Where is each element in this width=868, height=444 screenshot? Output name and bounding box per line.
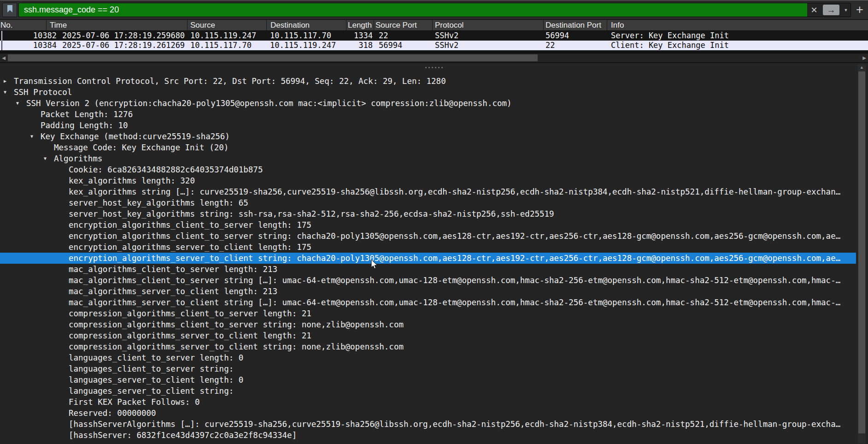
expand-caret-icon[interactable]: ▶ xyxy=(4,76,6,87)
tree-row[interactable]: mac_algorithms_client_to_server string [… xyxy=(0,275,856,286)
collapse-caret-icon[interactable]: ▼ xyxy=(30,131,33,142)
horizontal-scrollbar[interactable]: ◀ ▶ xyxy=(0,53,868,63)
horizontal-scrollbar-thumb[interactable] xyxy=(8,54,538,61)
tree-row[interactable]: languages_server_to_client length: 0 xyxy=(0,374,856,385)
cell-time: 2025-07-06 17:28:19.261269 xyxy=(59,41,188,50)
vertical-scrollbar[interactable]: ▲ xyxy=(858,64,866,444)
cell-source: 10.115.119.247 xyxy=(188,31,267,41)
tree-row[interactable]: Message Code: Key Exchange Init (20) xyxy=(0,142,856,153)
tree-row[interactable]: ▶Transmission Control Protocol, Src Port… xyxy=(0,76,856,87)
column-header-destination[interactable]: Destination xyxy=(267,20,346,30)
tree-row[interactable]: ▼SSH Version 2 (encryption:chacha20-poly… xyxy=(0,98,856,109)
tree-row-label: Message Code: Key Exchange Init (20) xyxy=(54,142,229,153)
tree-row-label: Packet Length: 1276 xyxy=(41,109,133,120)
tree-row-label: mac_algorithms_server_to_client string [… xyxy=(69,297,840,308)
column-header-length[interactable]: Length xyxy=(346,20,374,30)
cell-protocol: SSHv2 xyxy=(433,31,544,41)
column-header-no[interactable]: No. xyxy=(0,20,47,30)
packet-list-header[interactable]: No.TimeSourceDestinationLengthSource Por… xyxy=(0,20,868,31)
cell-no: 10384 xyxy=(0,41,59,50)
tree-row[interactable]: mac_algorithms_server_to_client string [… xyxy=(0,297,856,308)
tree-row[interactable]: [hasshServer: 6832f1ce43d4397c2c0a3e2f8c… xyxy=(0,430,856,441)
tree-row-label: Padding Length: 10 xyxy=(41,120,128,131)
cell-src_port: 56994 xyxy=(374,41,433,50)
tree-row-label: languages_client_to_server string: xyxy=(69,363,234,374)
tree-row[interactable]: server_host_key_algorithms string: ssh-r… xyxy=(0,208,856,219)
cell-length: 318 xyxy=(346,41,374,50)
tree-row-label: Cookie: 6ca8263434882882c64035374d01b875 xyxy=(69,164,263,175)
cell-src_port: 22 xyxy=(374,31,433,41)
column-header-protocol[interactable]: Protocol xyxy=(433,20,544,30)
collapse-caret-icon[interactable]: ▼ xyxy=(44,153,47,164)
tree-row-label: SSH Version 2 (encryption:chacha20-poly1… xyxy=(26,98,512,109)
display-filter-input[interactable]: ssh.message_code == 20 ✕ → ▼ xyxy=(18,3,851,17)
tree-row[interactable]: ▼SSH Protocol xyxy=(0,87,856,98)
tree-row[interactable]: encryption_algorithms_client_to_server s… xyxy=(0,231,856,242)
filter-dropdown-icon[interactable]: ▼ xyxy=(841,8,850,12)
column-header-src_port[interactable]: Source Port xyxy=(374,20,433,30)
tree-row-partial[interactable]: ▼ xyxy=(0,441,856,444)
packet-row[interactable]: 103822025-07-06 17:28:19.25968010.115.11… xyxy=(0,31,868,41)
tree-row[interactable]: encryption_algorithms_server_to_client l… xyxy=(0,242,856,253)
tree-row[interactable]: Cookie: 6ca8263434882882c64035374d01b875 xyxy=(0,164,856,175)
tree-row[interactable]: languages_server_to_client string: xyxy=(0,385,856,397)
column-header-dst_port[interactable]: Destination Port xyxy=(544,20,607,30)
tree-row[interactable]: kex_algorithms string […]: curve25519-sh… xyxy=(0,186,856,197)
tree-row[interactable]: Padding Length: 10 xyxy=(0,120,856,131)
column-header-source[interactable]: Source xyxy=(188,20,267,30)
cell-destination: 10.115.119.247 xyxy=(267,41,346,50)
column-header-info[interactable]: Info xyxy=(607,20,868,30)
bookmark-icon xyxy=(7,5,13,15)
tree-row[interactable]: ▼Algorithms xyxy=(0,153,856,164)
vertical-scrollbar-thumb[interactable] xyxy=(858,71,865,433)
tree-row-label: kex_algorithms length: 320 xyxy=(69,175,195,186)
tree-row-label: compression_algorithms_client_to_server … xyxy=(69,308,311,319)
collapse-caret-icon[interactable]: ▼ xyxy=(16,98,19,109)
cell-length: 1334 xyxy=(346,31,374,41)
packet-row-selected[interactable]: 103842025-07-06 17:28:19.26126910.115.11… xyxy=(0,41,868,50)
stream-indicator xyxy=(1,41,2,50)
tree-row[interactable]: [hasshServerAlgorithms […]: curve25519-s… xyxy=(0,419,856,430)
apply-arrow-icon: → xyxy=(827,5,836,15)
stream-indicator xyxy=(1,31,2,41)
cell-info: Client: Key Exchange Init xyxy=(607,41,868,50)
tree-row[interactable]: First KEX Packet Follows: 0 xyxy=(0,397,856,408)
column-header-time[interactable]: Time xyxy=(47,20,188,30)
tree-row-label: [hasshServerAlgorithms […]: curve25519-s… xyxy=(69,419,840,430)
tree-row[interactable]: languages_client_to_server length: 0 xyxy=(0,352,856,363)
add-filter-button[interactable]: + xyxy=(854,3,866,17)
tree-row[interactable]: mac_algorithms_server_to_client length: … xyxy=(0,286,856,297)
tree-row[interactable]: server_host_key_algorithms length: 65 xyxy=(0,197,856,208)
cell-info: Server: Key Exchange Init xyxy=(607,31,868,41)
tree-row-label: SSH Protocol xyxy=(14,87,72,98)
tree-row-label: First KEX Packet Follows: 0 xyxy=(69,397,199,408)
tree-row[interactable]: Reserved: 00000000 xyxy=(0,408,856,419)
tree-row[interactable]: languages_client_to_server string: xyxy=(0,363,856,374)
tree-row-label: compression_algorithms_server_to_client … xyxy=(69,341,404,352)
tree-row[interactable]: compression_algorithms_server_to_client … xyxy=(0,330,856,341)
wireshark-window: ssh.message_code == 20 ✕ → ▼ + No.TimeSo… xyxy=(0,0,868,444)
tree-row[interactable]: ▼Key Exchange (method:curve25519-sha256) xyxy=(0,131,856,142)
scroll-right-icon[interactable]: ▶ xyxy=(861,53,868,62)
scroll-up-icon[interactable]: ▲ xyxy=(858,65,866,71)
collapse-caret-icon[interactable]: ▼ xyxy=(59,441,61,444)
clear-filter-icon[interactable]: ✕ xyxy=(807,5,821,15)
scroll-left-icon[interactable]: ◀ xyxy=(0,53,7,62)
tree-row[interactable]: Packet Length: 1276 xyxy=(0,109,856,120)
pane-splitter-handle[interactable] xyxy=(425,67,443,68)
collapse-caret-icon[interactable]: ▼ xyxy=(4,87,6,98)
tree-row-label: [hasshServer: 6832f1ce43d4397c2c0a3e2f8c… xyxy=(69,430,297,441)
tree-row-label: server_host_key_algorithms string: ssh-r… xyxy=(69,208,554,219)
apply-filter-button[interactable]: → xyxy=(823,5,839,15)
filter-bookmark-button[interactable] xyxy=(2,3,17,17)
tree-row[interactable]: mac_algorithms_client_to_server length: … xyxy=(0,264,856,275)
tree-row-label: Algorithms xyxy=(54,153,102,164)
tree-row[interactable]: compression_algorithms_server_to_client … xyxy=(0,341,856,352)
tree-row[interactable]: compression_algorithms_client_to_server … xyxy=(0,319,856,330)
tree-row[interactable]: encryption_algorithms_client_to_server l… xyxy=(0,219,856,231)
packet-detail-pane: ▶Transmission Control Protocol, Src Port… xyxy=(0,63,868,444)
tree-row-selected[interactable]: encryption_algorithms_server_to_client s… xyxy=(0,253,856,264)
tree-row[interactable]: compression_algorithms_client_to_server … xyxy=(0,308,856,319)
tree-row[interactable]: kex_algorithms length: 320 xyxy=(0,175,856,186)
display-filter-value[interactable]: ssh.message_code == 20 xyxy=(19,3,807,17)
